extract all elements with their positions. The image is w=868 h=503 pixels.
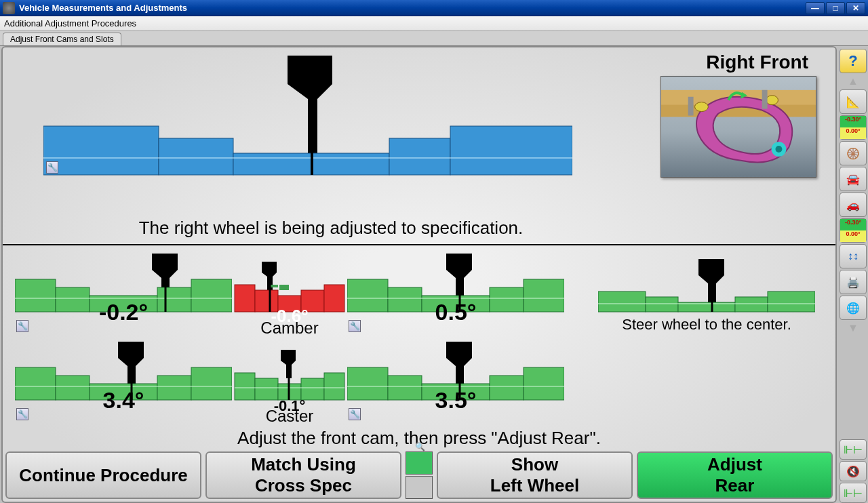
scroll-down-icon[interactable]: ▼ bbox=[840, 321, 866, 335]
side-btn-print[interactable]: 🖨️ bbox=[840, 270, 867, 294]
svg-rect-11 bbox=[159, 138, 233, 175]
swatch-green bbox=[406, 451, 433, 475]
gauge-caster-cross: -0.1° Caster bbox=[232, 340, 347, 426]
reading-value: 0.00° bbox=[840, 230, 866, 242]
side-btn-steering[interactable]: 🛞 bbox=[840, 141, 867, 165]
button-label: Adjust bbox=[707, 454, 762, 475]
scroll-up-icon[interactable]: ▲ bbox=[840, 75, 866, 88]
globe-icon: 🌐 bbox=[846, 302, 860, 315]
svg-rect-32 bbox=[279, 285, 289, 290]
window-title: Vehicle Measurements and Adjustments bbox=[19, 3, 806, 13]
top-panel: Right Front bbox=[3, 47, 835, 245]
steering-icon: 🛞 bbox=[846, 147, 860, 160]
show-left-wheel-button[interactable]: Show Left Wheel bbox=[437, 451, 633, 499]
close-button[interactable]: ✕ bbox=[846, 2, 865, 14]
main-tolerance-gauge bbox=[43, 53, 572, 182]
swatch-gray bbox=[406, 476, 433, 499]
svg-point-5 bbox=[766, 96, 778, 105]
reading-value: -0.30° bbox=[840, 219, 866, 230]
svg-rect-7 bbox=[762, 90, 768, 109]
menu-additional-procedures[interactable]: Additional Adjustment Procedures bbox=[4, 18, 136, 28]
side-btn-axle-2[interactable]: ⊩⊢ bbox=[840, 483, 867, 503]
svg-rect-59 bbox=[235, 373, 255, 400]
reading-value: 0.00° bbox=[840, 127, 866, 139]
continue-procedure-button[interactable]: Continue Procedure bbox=[5, 451, 201, 499]
maximize-button[interactable]: □ bbox=[826, 2, 845, 14]
tab-adjust-front-cams[interactable]: Adjust Front Cams and Slots bbox=[3, 33, 121, 45]
steer-label: Steer wheel to the center. bbox=[598, 316, 815, 334]
button-label: Cross Spec bbox=[255, 475, 352, 496]
svg-rect-46 bbox=[735, 297, 768, 312]
axle-icon: ⊩⊢ bbox=[844, 487, 863, 500]
corner-label: Right Front bbox=[706, 52, 808, 73]
wrench-icon[interactable]: 🔧 bbox=[46, 161, 58, 174]
car-icon: 🚘 bbox=[846, 173, 860, 186]
svg-rect-47 bbox=[768, 291, 815, 312]
camber-cross-value: -0.6° bbox=[232, 306, 347, 327]
side-btn-arrows[interactable]: ↕↕ bbox=[840, 244, 867, 268]
button-label: Match Using bbox=[251, 454, 356, 475]
camber-left-value: -0.2° bbox=[15, 299, 232, 325]
adjust-rear-button[interactable]: Adjust Rear bbox=[637, 451, 833, 499]
sidebar: ? ▲ 📐 -0.30° 0.00° 🛞 🚘 🚗 -0.30° 0.00° ↕↕… bbox=[838, 46, 868, 503]
side-btn-gauge-icon[interactable]: 📐 bbox=[840, 89, 867, 114]
gauge-caster-right: 🔧 3.5° bbox=[347, 340, 564, 426]
camber-right-value: 0.5° bbox=[347, 299, 564, 325]
car-rear-icon: 🚗 bbox=[846, 199, 860, 212]
gauge-camber-left: 🔧 -0.2° bbox=[15, 252, 232, 338]
svg-point-3 bbox=[776, 146, 783, 153]
main-panel: Right Front bbox=[1, 46, 837, 503]
svg-rect-43 bbox=[598, 291, 646, 312]
side-btn-vehicle[interactable]: 🚘 bbox=[840, 167, 867, 191]
arrows-icon: ↕↕ bbox=[848, 250, 859, 262]
side-btn-vehicle-rear[interactable]: 🚗 bbox=[840, 193, 867, 217]
reading-value: -0.30° bbox=[840, 116, 866, 127]
color-swatch-toggle[interactable]: 🔍 bbox=[406, 451, 433, 499]
svg-rect-13 bbox=[389, 138, 450, 175]
mute-icon: 🔇 bbox=[846, 465, 860, 478]
svg-rect-14 bbox=[450, 126, 572, 175]
axle-icon: ⊩⊢ bbox=[844, 443, 863, 456]
side-btn-globe[interactable]: 🌐 bbox=[840, 296, 867, 320]
button-label: Continue Procedure bbox=[19, 465, 187, 486]
app-icon bbox=[3, 2, 15, 14]
window-titlebar: Vehicle Measurements and Adjustments — □… bbox=[0, 0, 868, 16]
caster-cross-value: -0.1° bbox=[232, 397, 347, 415]
button-bar: Continue Procedure Match Using Cross Spe… bbox=[3, 451, 835, 502]
bottom-panel: 🔧 -0.2° -0.6° bbox=[3, 245, 835, 426]
side-btn-readings-2[interactable]: -0.30° 0.00° bbox=[840, 218, 867, 243]
gauge-caster-left: 🔧 3.4° bbox=[15, 340, 232, 426]
side-btn-mute[interactable]: 🔇 bbox=[840, 461, 867, 481]
side-btn-readings-1[interactable]: -0.30° 0.00° bbox=[840, 115, 867, 140]
svg-rect-31 bbox=[270, 285, 278, 287]
gauge-steer: Steer wheel to the center. bbox=[598, 252, 815, 338]
side-btn-axle-1[interactable]: ⊩⊢ bbox=[840, 439, 867, 460]
tabbar: Adjust Front Cams and Slots bbox=[0, 31, 868, 46]
help-button[interactable]: ? bbox=[840, 49, 867, 73]
button-label: Left Wheel bbox=[490, 475, 579, 496]
magnifier-icon: 🔍 bbox=[415, 442, 425, 451]
minimize-button[interactable]: — bbox=[806, 2, 825, 14]
menubar: Additional Adjustment Procedures bbox=[0, 16, 868, 31]
svg-rect-10 bbox=[43, 126, 159, 175]
gauge-camber-right: 🔧 0.5° bbox=[347, 252, 564, 338]
printer-icon: 🖨️ bbox=[846, 276, 860, 289]
gauge-camber-cross: -0.6° Camber bbox=[232, 252, 347, 338]
status-text: The right wheel is being adjusted to spe… bbox=[3, 218, 659, 239]
svg-rect-44 bbox=[646, 297, 678, 312]
svg-rect-63 bbox=[324, 373, 344, 400]
help-icon: ? bbox=[848, 52, 857, 70]
match-cross-spec-button[interactable]: Match Using Cross Spec bbox=[205, 451, 401, 499]
angle-icon: 📐 bbox=[846, 96, 860, 108]
svg-point-4 bbox=[695, 102, 709, 112]
button-label: Rear bbox=[715, 475, 755, 496]
caster-left-value: 3.4° bbox=[15, 387, 232, 414]
caster-right-value: 3.5° bbox=[347, 387, 564, 414]
button-label: Show bbox=[511, 454, 558, 475]
svg-rect-6 bbox=[688, 97, 694, 116]
suspension-illustration bbox=[660, 76, 816, 178]
